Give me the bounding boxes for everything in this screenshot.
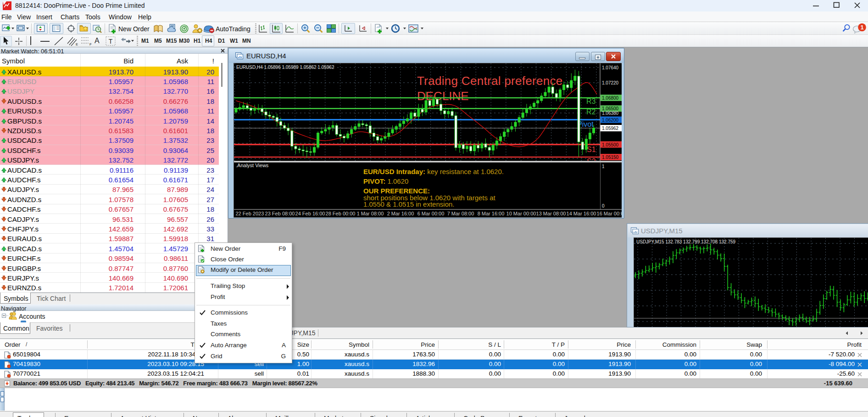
svg-text:USDJPY,M15 132.783 132.799 132: USDJPY,M15 132.783 132.799 132.708 132.7… (636, 239, 736, 244)
svg-text:14 Mar 16:00: 14 Mar 16:00 (567, 211, 596, 216)
svg-text:.Analyst Views: .Analyst Views (236, 163, 269, 168)
svg-text:28 Feb 00:00: 28 Feb 00:00 (326, 211, 356, 216)
svg-text:1 Mar 08:00: 1 Mar 08:00 (357, 211, 384, 216)
svg-text:1.07640: 1.07640 (602, 65, 619, 70)
svg-text:1.06800: 1.06800 (602, 96, 619, 101)
svg-text:EURUSD,H4 1.05896 1.05989 1.05: EURUSD,H4 1.05896 1.05989 1.05862 1.0596… (236, 65, 334, 70)
svg-text:S1: S1 (587, 146, 596, 153)
svg-text:22 Feb 2023: 22 Feb 2023 (236, 211, 264, 216)
svg-text:7 Mar 08:00: 7 Mar 08:00 (447, 211, 474, 216)
svg-text:1.05500: 1.05500 (602, 142, 619, 147)
svg-text:0: 0 (602, 203, 605, 208)
svg-text:23 Feb 08:00: 23 Feb 08:00 (265, 211, 295, 216)
svg-text:16 Mar 00:00: 16 Mar 00:00 (597, 211, 622, 216)
svg-text:F: F (89, 42, 92, 46)
svg-text:13 Mar 08:00: 13 Mar 08:00 (536, 211, 566, 216)
svg-text:1.05150: 1.05150 (602, 155, 619, 160)
svg-text:T: T (109, 38, 113, 45)
svg-text:8 Mar 16:00: 8 Mar 16:00 (478, 211, 505, 216)
svg-text:1.06380: 1.06380 (602, 111, 619, 116)
svg-text:1.07220: 1.07220 (602, 80, 619, 85)
svg-text:1: 1 (860, 24, 863, 31)
svg-text:1.06200: 1.06200 (602, 118, 619, 123)
svg-text:2 Mar 16:00: 2 Mar 16:00 (387, 211, 414, 216)
svg-text:10 Mar 00:00: 10 Mar 00:00 (506, 211, 536, 216)
svg-text:24 Feb 16:00: 24 Feb 16:00 (295, 211, 325, 216)
svg-text:E: E (76, 42, 78, 46)
svg-text:6 Mar 00:00: 6 Mar 00:00 (417, 211, 445, 216)
svg-text:Trading Central preference: Trading Central preference (417, 74, 563, 88)
svg-text:EUR/USD Intraday: key resista: EUR/USD Intraday: key resistance at 1.06… (363, 168, 504, 175)
svg-text:1.0550 & 1.0515 in extension.: 1.0550 & 1.0515 in extension. (363, 200, 455, 208)
svg-text:PIVOT: 1.0620: PIVOT: 1.0620 (363, 177, 408, 185)
svg-text:1: 1 (602, 164, 605, 169)
svg-text:R2: R2 (586, 108, 596, 116)
svg-text:1.05962: 1.05962 (602, 126, 619, 131)
svg-text:R3: R3 (586, 97, 596, 105)
